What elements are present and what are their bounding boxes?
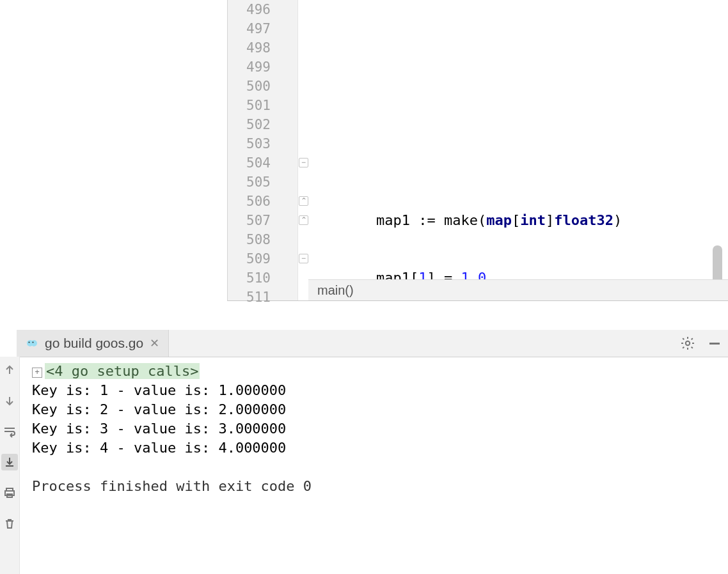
line-number[interactable]: 497 (228, 19, 297, 38)
line-number[interactable]: 498 (228, 38, 297, 58)
line-number[interactable]: 505 (228, 173, 297, 192)
code-area[interactable]: map1 := make(map[int]float32) map1[1] = … (308, 0, 728, 300)
clear-button[interactable] (1, 515, 18, 532)
close-icon[interactable]: ✕ (150, 336, 159, 350)
fold-end-icon[interactable]: ⌃ (299, 215, 308, 225)
run-tab[interactable]: go build goos.go ✕ (17, 330, 169, 357)
soft-wrap-button[interactable] (1, 423, 18, 440)
breadcrumb-item[interactable]: main() (317, 283, 354, 297)
console-line: Key is: 4 - value is: 4.000000 (32, 438, 720, 458)
setup-calls-folded[interactable]: <4 go setup calls> (45, 363, 200, 379)
arrow-down-icon (3, 394, 16, 407)
line-number[interactable]: 503 (228, 134, 297, 153)
download-arrow-icon (3, 456, 16, 469)
line-number-gutter[interactable]: 496 497 498 499 500 501 502 503 504 505 … (228, 0, 298, 300)
line-number[interactable]: 501 (228, 96, 297, 115)
scroll-to-end-button[interactable] (1, 454, 18, 470)
breadcrumb[interactable]: main() (308, 279, 728, 300)
line-number[interactable]: 507 (228, 211, 297, 230)
wrap-icon (3, 425, 17, 438)
console-line: Key is: 2 - value is: 2.000000 (32, 400, 720, 419)
expand-icon[interactable]: + (32, 368, 42, 378)
fold-collapse-icon[interactable]: − (299, 158, 308, 167)
scrollbar-thumb[interactable] (713, 245, 722, 284)
print-button[interactable] (1, 485, 18, 501)
line-number[interactable]: 496 (228, 0, 297, 19)
run-tool-window: go build goos.go ✕ +<4 go setup calls> K… (0, 330, 728, 574)
line-number[interactable]: 509 (228, 249, 297, 268)
run-tab-label: go build goos.go (45, 336, 143, 351)
svg-point-4 (686, 341, 690, 345)
line-number[interactable]: 508 (228, 230, 297, 249)
run-side-toolbar (0, 357, 20, 574)
code-line: map1 := make(map[int]float32) (308, 211, 728, 230)
gear-icon (680, 336, 695, 351)
scroll-down-button[interactable] (1, 392, 18, 409)
arrow-up-icon (3, 364, 16, 376)
console-exit-line: Process finished with exit code 0 (32, 477, 720, 496)
scroll-up-button[interactable] (1, 362, 18, 378)
line-number[interactable]: 500 (228, 77, 297, 96)
code-editor[interactable]: 496 497 498 499 500 501 502 503 504 505 … (227, 0, 728, 301)
console-line: Key is: 3 - value is: 3.000000 (32, 419, 720, 438)
fold-end-icon[interactable]: ⌃ (299, 196, 308, 206)
line-number[interactable]: 511 (228, 288, 297, 307)
line-number[interactable]: 499 (228, 58, 297, 77)
console-line: +<4 go setup calls> (32, 362, 720, 381)
console-output[interactable]: +<4 go setup calls> Key is: 1 - value is… (24, 357, 728, 574)
line-number[interactable]: 506 (228, 192, 297, 211)
svg-point-1 (31, 340, 37, 346)
hide-button[interactable] (701, 330, 728, 357)
go-file-icon (26, 337, 38, 350)
fold-collapse-icon[interactable]: − (299, 254, 308, 263)
line-number[interactable]: 504 (228, 153, 297, 173)
svg-rect-5 (709, 343, 720, 345)
fold-strip: − ⌃ ⌃ − (298, 0, 308, 300)
line-number[interactable]: 502 (228, 115, 297, 134)
line-number[interactable]: 510 (228, 268, 297, 288)
svg-point-3 (32, 341, 33, 343)
minimize-icon (708, 336, 722, 350)
svg-point-2 (28, 341, 29, 343)
trash-icon (3, 517, 16, 530)
console-line: Key is: 1 - value is: 1.000000 (32, 381, 720, 400)
editor-scrollbar[interactable] (707, 0, 726, 280)
printer-icon (3, 486, 16, 499)
run-tab-bar: go build goos.go ✕ (17, 330, 728, 357)
settings-button[interactable] (674, 330, 701, 357)
